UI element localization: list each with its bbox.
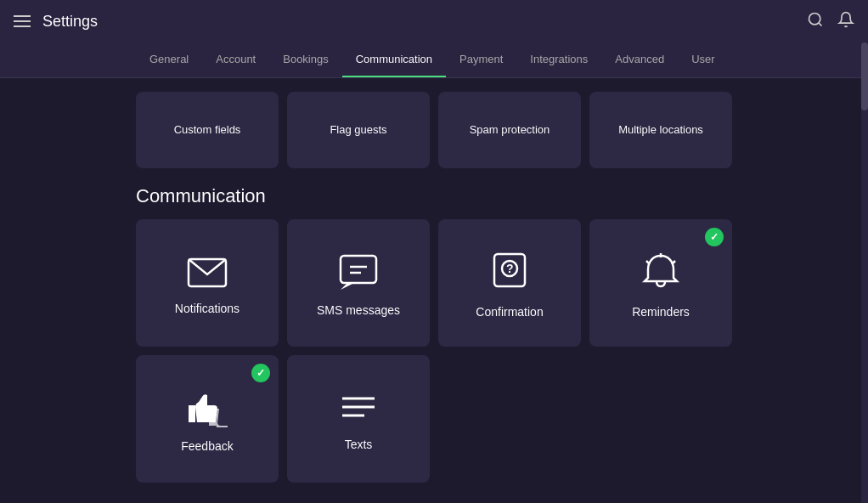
search-icon[interactable]	[807, 11, 824, 32]
tile-sms-messages[interactable]: SMS messages	[287, 219, 430, 347]
nav-general[interactable]: General	[136, 42, 202, 77]
notifications-icon	[185, 254, 229, 290]
svg-line-1	[819, 22, 822, 25]
tile-spam-protection-label: Spam protection	[470, 123, 550, 138]
nav-user[interactable]: User	[678, 42, 728, 77]
tile-reminders-label: Reminders	[632, 305, 690, 319]
notification-icon[interactable]	[837, 11, 854, 32]
tile-texts-label: Texts	[345, 438, 373, 451]
tile-multiple-locations-label: Multiple locations	[618, 123, 703, 138]
texts-icon	[337, 390, 380, 426]
tile-feedback[interactable]: Feedback	[136, 355, 279, 483]
tile-flag-guests[interactable]: Flag guests	[287, 92, 430, 168]
nav-account[interactable]: Account	[202, 42, 269, 77]
tile-confirmation-label: Confirmation	[476, 305, 543, 319]
top-tiles-grid: Custom fields Flag guests Spam protectio…	[136, 92, 732, 168]
tile-flag-guests-label: Flag guests	[330, 123, 386, 138]
main-content: Custom fields Flag guests Spam protectio…	[0, 78, 868, 500]
nav-bookings[interactable]: Bookings	[269, 42, 341, 77]
sms-icon	[337, 252, 380, 291]
menu-icon[interactable]	[14, 15, 31, 27]
communication-grid-row2: Feedback Texts	[136, 355, 732, 483]
tile-multiple-locations[interactable]: Multiple locations	[589, 92, 732, 168]
tile-spam-protection[interactable]: Spam protection	[438, 92, 581, 168]
reminders-icon	[640, 251, 682, 293]
nav-advanced[interactable]: Advanced	[601, 42, 678, 77]
tile-custom-fields-label: Custom fields	[174, 123, 241, 138]
grid-empty-1	[438, 355, 581, 483]
tile-sms-messages-label: SMS messages	[317, 303, 400, 317]
tile-confirmation[interactable]: ? Confirmation	[438, 219, 581, 347]
app-title: Settings	[42, 13, 98, 31]
tile-texts[interactable]: Texts	[287, 355, 430, 483]
svg-text:?: ?	[506, 262, 514, 275]
reminders-check-badge	[705, 228, 724, 246]
communication-grid-row1: Notifications SMS messages ?	[136, 219, 732, 347]
communication-section-title: Communication	[136, 185, 732, 207]
scrollbar-thumb[interactable]	[861, 42, 868, 110]
svg-rect-3	[341, 256, 376, 283]
grid-empty-2	[589, 355, 732, 483]
tile-reminders[interactable]: Reminders	[589, 219, 732, 347]
app-header: Settings	[0, 0, 868, 42]
confirmation-icon: ?	[489, 251, 530, 293]
nav-communication[interactable]: Communication	[342, 42, 446, 77]
tile-custom-fields[interactable]: Custom fields	[136, 92, 279, 168]
tile-notifications-label: Notifications	[175, 302, 240, 315]
nav-integrations[interactable]: Integrations	[516, 42, 601, 77]
header-right	[807, 11, 854, 32]
feedback-icon	[183, 388, 231, 427]
header-left: Settings	[14, 13, 98, 31]
svg-point-0	[809, 13, 820, 24]
nav-payment[interactable]: Payment	[446, 42, 516, 77]
feedback-check-badge	[251, 364, 270, 382]
scrollbar-track	[861, 42, 868, 503]
tile-feedback-label: Feedback	[181, 439, 233, 453]
settings-nav: General Account Bookings Communication P…	[0, 42, 868, 78]
tile-notifications[interactable]: Notifications	[136, 219, 279, 347]
